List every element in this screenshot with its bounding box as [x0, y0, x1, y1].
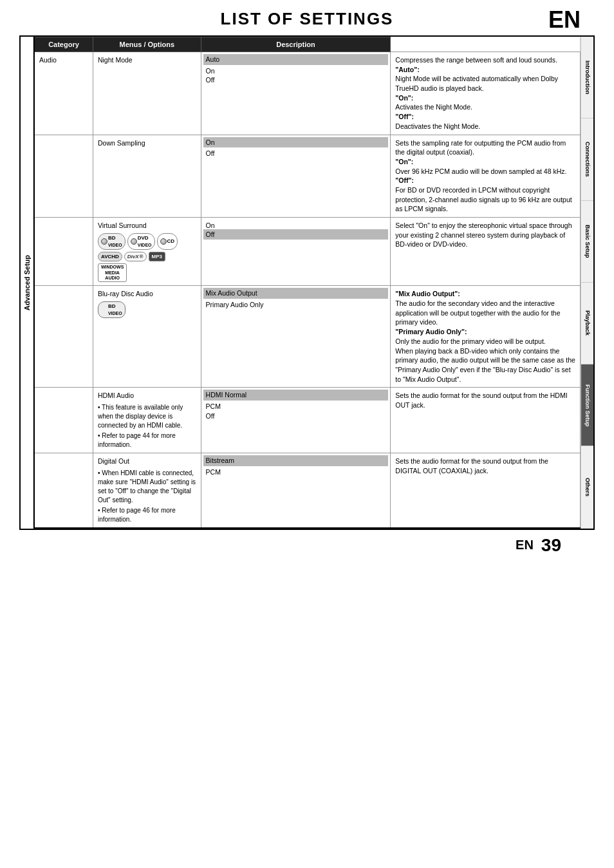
option-on: On	[203, 137, 389, 148]
bottom-page-number: 39	[541, 535, 561, 556]
option-off: Off	[206, 411, 386, 421]
tab-others-label: Others	[584, 478, 591, 496]
option-auto: Auto	[203, 54, 389, 65]
media-icons: BDVIDEO DVDVIDEO CD AVCHD DivX®	[98, 233, 196, 283]
desc-virtual-surround: Select "On" to enjoy the stereophonic vi…	[391, 218, 581, 286]
menu-bluray-disc-audio: Blu-ray Disc Audio BDVIDEO	[93, 286, 201, 388]
option-off: Off	[203, 229, 389, 240]
options-bluray-disc-audio: Mix Audio Output Primary Audio Only	[201, 286, 391, 388]
options-night-mode: Auto On Off	[201, 52, 391, 135]
option-pcm: PCM	[206, 402, 386, 411]
category-empty-4	[34, 388, 93, 453]
desc-bluray-disc-audio: "Mix Audio Output": The audio for the se…	[391, 286, 581, 388]
desc-digital-out: Sets the audio format for the sound outp…	[391, 453, 581, 527]
left-sidebar: Advanced Setup	[19, 37, 33, 529]
settings-table: Category Menus / Options Description Aud…	[33, 37, 581, 529]
tab-basic-setup-label: Basic Setup	[584, 225, 591, 258]
option-pcm: PCM	[206, 467, 386, 477]
options-digital-out: Bitstream PCM	[201, 453, 391, 527]
header-category: Category	[34, 37, 93, 52]
table-row: Audio Night Mode Auto On Off Compresses …	[34, 52, 581, 135]
menu-item-label: Virtual Surround	[98, 221, 196, 231]
tab-others: Others	[581, 446, 593, 528]
menu-item-label: Blu-ray Disc Audio	[98, 289, 196, 299]
menu-down-sampling: Down Sampling	[93, 135, 201, 218]
desc-night-mode: Compresses the range between soft and lo…	[391, 52, 581, 135]
en-badge-top: EN	[548, 6, 581, 33]
bd-icon-container: BDVIDEO	[98, 301, 196, 318]
desc-hdmi-audio: Sets the audio format for the sound outp…	[391, 388, 581, 453]
page-container: LIST OF SETTINGS EN Advanced Setup Categ…	[0, 0, 614, 868]
menu-night-mode: Night Mode	[93, 52, 201, 135]
tab-function-setup-label: Function Setup	[584, 384, 591, 427]
disc-icon	[101, 238, 107, 245]
menu-virtual-surround: Virtual Surround BDVIDEO DVDVIDEO	[93, 218, 201, 286]
page-title: LIST OF SETTINGS	[221, 9, 394, 28]
mp3-icon: MP3	[149, 252, 165, 261]
options-down-sampling: On Off	[201, 135, 391, 218]
windows-media-audio-icon: WINDOWSMEDIAAUDIO	[98, 263, 127, 282]
menu-item-label: HDMI Audio	[98, 391, 196, 401]
tab-connections: Connections	[581, 118, 593, 200]
menu-digital-out: Digital Out • When HDMI cable is connect…	[93, 453, 201, 527]
bottom-en: EN	[516, 538, 534, 552]
options-hdmi-audio: HDMI Normal PCM Off	[201, 388, 391, 453]
left-sidebar-label: Advanced Setup	[23, 250, 31, 316]
tab-function-setup: Function Setup	[581, 364, 593, 446]
menu-hdmi-audio: HDMI Audio • This feature is available o…	[93, 388, 201, 453]
menu-item-label: Night Mode	[98, 55, 196, 65]
category-empty-1	[34, 135, 93, 218]
menu-notes-hdmi: • This feature is available only when th…	[98, 403, 196, 449]
divx-icon: DivX®	[124, 252, 147, 261]
table-row: Down Sampling On Off Sets the sampling r…	[34, 135, 581, 218]
tab-basic-setup: Basic Setup	[581, 201, 593, 283]
disc-icon	[160, 238, 167, 245]
tab-introduction: Introduction	[581, 37, 593, 118]
menu-item-label: Digital Out	[98, 457, 196, 466]
desc-down-sampling: Sets the sampling rate for outputting th…	[391, 135, 581, 218]
table-row: Blu-ray Disc Audio BDVIDEO Mix Audio Out…	[34, 286, 581, 388]
right-sidebar: Introduction Connections Basic Setup Pla…	[581, 37, 595, 529]
category-empty-3	[34, 286, 93, 388]
option-bitstream: Bitstream	[203, 455, 389, 466]
table-row: Virtual Surround BDVIDEO DVDVIDEO	[34, 218, 581, 286]
option-off: Off	[206, 75, 386, 85]
tab-introduction-label: Introduction	[584, 61, 591, 95]
bd-video-small-icon: BDVIDEO	[98, 301, 126, 318]
page-title-bar: LIST OF SETTINGS	[19, 0, 595, 37]
disc-icon	[131, 238, 137, 245]
category-empty-2	[34, 218, 93, 286]
option-on: On	[206, 66, 386, 76]
menu-notes-digital: • When HDMI cable is connected, make sur…	[98, 469, 196, 524]
main-content: Advanced Setup Category Menus / Options …	[19, 37, 595, 529]
menu-item-label: Down Sampling	[98, 138, 196, 148]
option-off: Off	[206, 149, 386, 158]
header-menus: Menus / Options	[93, 37, 201, 52]
bottom-bar: EN 39	[19, 529, 595, 561]
tab-playback-label: Playback	[584, 310, 591, 335]
category-audio: Audio	[34, 52, 93, 135]
dvd-video-icon: DVDVIDEO	[127, 233, 155, 250]
tab-connections-label: Connections	[584, 142, 591, 177]
options-virtual-surround: On Off	[201, 218, 391, 286]
option-primary-audio-only: Primary Audio Only	[206, 300, 386, 310]
tab-playback: Playback	[581, 283, 593, 364]
option-mix-audio-output: Mix Audio Output	[203, 288, 389, 299]
cd-icon: CD	[157, 233, 178, 250]
header-description: Description	[201, 37, 391, 52]
disc-small-icon	[101, 307, 107, 313]
table-row: Digital Out • When HDMI cable is connect…	[34, 453, 581, 527]
table-row: HDMI Audio • This feature is available o…	[34, 388, 581, 453]
avchd-icon: AVCHD	[98, 252, 122, 261]
bd-video-icon: BDVIDEO	[98, 233, 126, 250]
category-empty-5	[34, 453, 93, 527]
option-hdmi-normal: HDMI Normal	[203, 390, 389, 401]
